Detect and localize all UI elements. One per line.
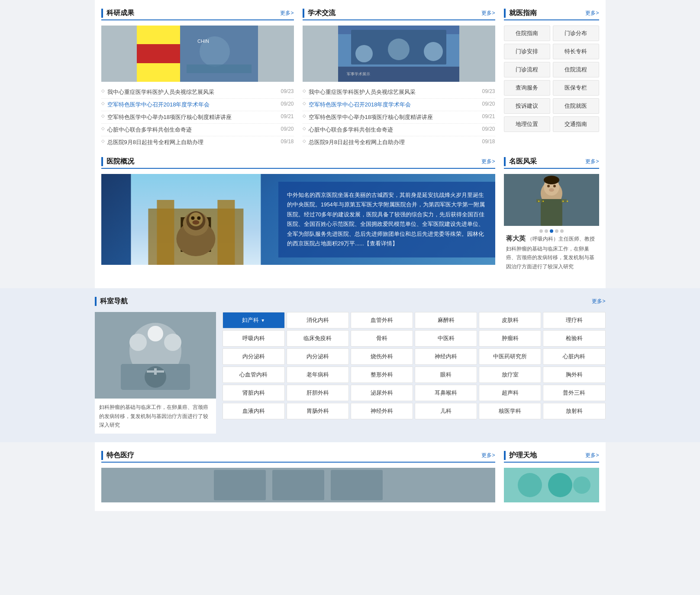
dept-btn-hepato[interactable]: 肝胆外科 bbox=[287, 385, 349, 401]
dept-btn-physio[interactable]: 理疗科 bbox=[543, 312, 605, 328]
svg-rect-54 bbox=[272, 470, 324, 500]
research-news-text-5[interactable]: 总医院9月8日起挂号全程网上自助办理 bbox=[107, 138, 277, 146]
guide-btn-10[interactable]: 地理位置 bbox=[504, 116, 550, 132]
academic-news-text-1[interactable]: 我中心重症医学科医护人员央视综艺展风采 bbox=[309, 88, 479, 96]
dot-5[interactable] bbox=[560, 229, 564, 233]
dept-btn-burn[interactable]: 烧伤外科 bbox=[351, 348, 413, 365]
dot-3[interactable] bbox=[550, 229, 553, 233]
dept-btn-anesthesia[interactable]: 麻醉科 bbox=[415, 312, 477, 328]
dept-btn-nephro[interactable]: 肾脏内科 bbox=[223, 385, 285, 401]
research-image: CHIN bbox=[101, 26, 294, 82]
research-news-item-1: ◇ 我中心重症医学科医护人员央视综艺展风采 09/23 bbox=[101, 86, 294, 99]
guide-more[interactable]: 更多> bbox=[585, 10, 599, 17]
nursing-image bbox=[504, 468, 599, 502]
guide-title: 就医指南 bbox=[504, 9, 537, 18]
dot-2[interactable] bbox=[545, 229, 548, 233]
svg-point-12 bbox=[355, 45, 373, 62]
guide-btn-1[interactable]: 门诊分布 bbox=[553, 26, 599, 41]
dept-btn-cardiovascular[interactable]: 心血管内科 bbox=[223, 367, 285, 383]
dept-btn-neuro[interactable]: 神经内科 bbox=[415, 348, 477, 365]
dept-btn-plastic[interactable]: 整形外科 bbox=[351, 367, 413, 383]
dept-btn-immunology[interactable]: 临床免疫科 bbox=[287, 330, 349, 347]
special-medical-section: 特色医疗 更多> bbox=[101, 451, 495, 502]
nursing-more[interactable]: 更多> bbox=[585, 452, 599, 459]
guide-grid: 住院指南 门诊分布 门诊安排 特长专科 门诊流程 住院流程 查询服务 医保专栏 … bbox=[504, 26, 599, 132]
dept-btn-lab[interactable]: 检验科 bbox=[543, 330, 605, 347]
svg-text:军事学术展示: 军事学术展示 bbox=[347, 72, 370, 76]
dept-btn-ultrasound[interactable]: 超声科 bbox=[479, 385, 541, 401]
dept-btn-neurosurg[interactable]: 神经外科 bbox=[351, 403, 413, 419]
dept-btn-endo2[interactable]: 内分泌科 bbox=[287, 348, 349, 365]
dot-1[interactable] bbox=[539, 229, 543, 233]
dept-btn-nuclear[interactable]: 核医学科 bbox=[479, 403, 541, 419]
dept-btn-gynecology-arrow: ▼ bbox=[261, 318, 265, 323]
famous-doctor-more[interactable]: 更多> bbox=[585, 158, 599, 165]
academic-title: 学术交流 bbox=[303, 9, 335, 18]
dept-btn-radiology[interactable]: 放射科 bbox=[543, 403, 605, 419]
dept-btn-gastro[interactable]: 消化内科 bbox=[287, 312, 349, 328]
guide-btn-0[interactable]: 住院指南 bbox=[504, 26, 550, 41]
guide-btn-6[interactable]: 查询服务 bbox=[504, 80, 550, 96]
dept-btn-gi[interactable]: 胃肠外科 bbox=[287, 403, 349, 419]
dept-btn-general-surgery[interactable]: 普外三科 bbox=[543, 385, 605, 401]
academic-news-item-2: ◇ 空军特色医学中心召开2018年度学术年会 09/20 bbox=[303, 99, 495, 111]
dept-btn-respiratory[interactable]: 呼吸内科 bbox=[223, 330, 285, 347]
special-medical-title: 特色医疗 bbox=[101, 451, 134, 460]
famous-doctor-header: 名医风采 更多> bbox=[504, 157, 599, 169]
dept-btn-cardio[interactable]: 心脏内科 bbox=[543, 348, 605, 365]
dept-btn-ent[interactable]: 耳鼻喉科 bbox=[415, 385, 477, 401]
academic-image: 军事学术展示 bbox=[303, 26, 495, 82]
academic-section: 学术交流 更多> 军事学术展示 ◇ 我中心重症医学科医护人员 bbox=[303, 9, 495, 148]
dept-btn-tcm[interactable]: 中医科 bbox=[415, 330, 477, 347]
guide-btn-9[interactable]: 住院就医 bbox=[553, 98, 599, 114]
dept-btn-urology[interactable]: 泌尿外科 bbox=[351, 385, 413, 401]
dept-btn-hema[interactable]: 血液内科 bbox=[223, 403, 285, 419]
svg-point-27 bbox=[197, 216, 200, 220]
academic-news-text-5[interactable]: 总医院9月8日起挂号全程网上自助办理 bbox=[309, 138, 479, 146]
guide-btn-7[interactable]: 医保专栏 bbox=[553, 80, 599, 96]
dept-btn-gynecology[interactable]: 妇产科 ▼ bbox=[223, 312, 285, 328]
svg-text:★: ★ bbox=[538, 200, 540, 203]
academic-news-text-3[interactable]: 空军特色医学中心举办18项医疗核心制度精讲讲座 bbox=[309, 113, 479, 121]
research-news-text-4[interactable]: 心脏中心联合多学科共创生命奇迹 bbox=[107, 126, 277, 134]
svg-rect-3 bbox=[137, 44, 180, 63]
guide-btn-3[interactable]: 特长专科 bbox=[553, 44, 599, 59]
academic-news-date-4: 09/20 bbox=[482, 126, 495, 132]
guide-btn-11[interactable]: 交通指南 bbox=[553, 116, 599, 132]
special-medical-image bbox=[101, 468, 495, 502]
guide-btn-4[interactable]: 门诊流程 bbox=[504, 62, 550, 77]
svg-rect-2 bbox=[137, 26, 180, 44]
dept-btn-tcm-research[interactable]: 中医药研究所 bbox=[479, 348, 541, 365]
academic-more[interactable]: 更多> bbox=[481, 10, 495, 17]
academic-news-date-3: 09/21 bbox=[482, 113, 495, 119]
guide-btn-8[interactable]: 投诉建议 bbox=[504, 98, 550, 114]
dept-btn-bone[interactable]: 骨科 bbox=[351, 330, 413, 347]
research-title: 科研成果 bbox=[101, 9, 134, 18]
dept-btn-pediatrics[interactable]: 儿科 bbox=[415, 403, 477, 419]
dept-btn-vascular[interactable]: 血管外科 bbox=[351, 312, 413, 328]
lion-area bbox=[101, 174, 290, 265]
dept-btn-oncology[interactable]: 肿瘤科 bbox=[479, 330, 541, 347]
dept-btn-geriatric[interactable]: 老年病科 bbox=[287, 367, 349, 383]
dept-btn-derma[interactable]: 皮肤科 bbox=[479, 312, 541, 328]
dept-btn-ophtha[interactable]: 眼科 bbox=[415, 367, 477, 383]
research-more[interactable]: 更多> bbox=[280, 10, 294, 17]
guide-btn-2[interactable]: 门诊安排 bbox=[504, 44, 550, 59]
guide-btn-5[interactable]: 住院流程 bbox=[553, 62, 599, 77]
dept-nav-more[interactable]: 更多> bbox=[592, 298, 605, 305]
dept-btn-radio-therapy[interactable]: 放疗室 bbox=[479, 367, 541, 383]
research-news-date-5: 09/18 bbox=[281, 138, 294, 145]
dept-btn-thoracic[interactable]: 胸外科 bbox=[543, 367, 605, 383]
dot-4[interactable] bbox=[555, 229, 558, 233]
special-medical-more[interactable]: 更多> bbox=[481, 452, 495, 459]
academic-news-text-2[interactable]: 空军特色医学中心召开2018年度学术年会 bbox=[309, 101, 479, 109]
academic-news-text-4[interactable]: 心脏中心联合多学科共创生命奇迹 bbox=[309, 126, 479, 134]
academic-news-item-3: ◇ 空军特色医学中心举办18项医疗核心制度精讲讲座 09/21 bbox=[303, 111, 495, 124]
dept-btn-endo1[interactable]: 内分泌科 bbox=[223, 348, 285, 365]
research-news-text-1[interactable]: 我中心重症医学科医护人员央视综艺展风采 bbox=[107, 88, 277, 96]
research-news-text-3[interactable]: 空军特色医学中心举办18项医疗核心制度精讲讲座 bbox=[107, 113, 277, 121]
overview-more[interactable]: 更多> bbox=[481, 158, 495, 165]
research-news-date-4: 09/20 bbox=[281, 126, 294, 132]
overview-description: 中外知名的西京医院坐落在美丽的古城西安，其前身是延安抗战烽火岁月里诞生的中央医院… bbox=[278, 182, 495, 257]
research-news-text-2[interactable]: 空军特色医学中心召开2018年度学术年会 bbox=[107, 101, 277, 109]
